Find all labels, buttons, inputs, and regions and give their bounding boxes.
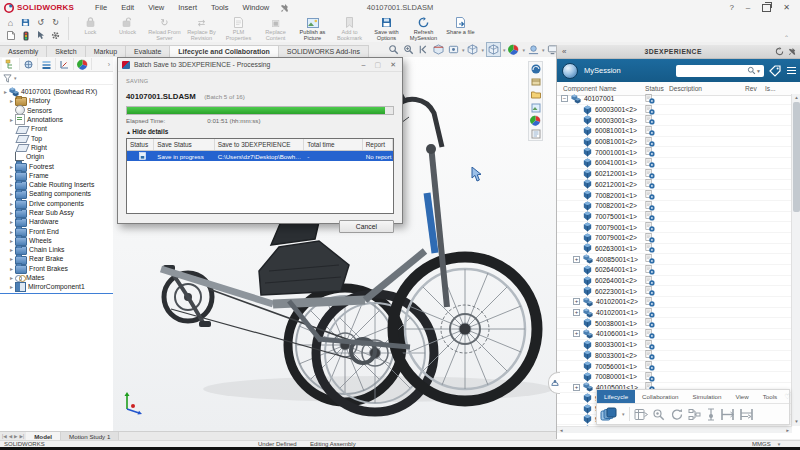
feature-tree-item[interactable]: Front [0,124,113,133]
component-row[interactable]: 70080001<1> [557,372,792,383]
component-row[interactable]: 60223001<1> [557,286,792,297]
file-explorer-icon[interactable] [530,89,541,100]
view-selector-icon[interactable] [447,43,460,56]
dropdown-caret-icon[interactable]: ▾ [462,47,465,53]
design-library-icon[interactable] [530,76,541,87]
component-row[interactable]: 70082001<2> [557,201,792,212]
save-icon[interactable] [18,16,33,29]
search-input[interactable] [676,66,747,75]
refresh-icon[interactable] [775,47,784,56]
expand-arrow-icon[interactable]: ▸ [8,181,15,188]
action-tab-tools[interactable]: Tools [756,390,784,403]
explore-icon[interactable] [652,408,666,421]
action-tab-simulation[interactable]: Simulation [686,390,729,403]
component-row[interactable]: 70001001<1> [557,147,792,158]
column-header-status[interactable]: Status [127,139,154,150]
component-row[interactable]: 70075001<1> [557,212,792,223]
action-tab-lifecycle[interactable]: Lifecycle [597,390,635,403]
menu-view[interactable]: View [141,1,171,14]
panel-tab-dimxpertmanager[interactable] [56,58,74,70]
tab-lifecycle-and-collaboration[interactable]: Lifecycle and Collaboration [169,45,278,57]
component-root-row[interactable]: −40107001 [557,94,792,105]
feature-tree-item[interactable]: ▸Drive components [0,199,113,208]
panel-collapse-icon[interactable]: « [557,47,571,56]
feature-tree-item[interactable]: ▸Rear Brake [0,254,113,263]
column-header-total-time[interactable]: Total time [304,139,362,150]
feature-tree-item[interactable]: ▸Chain Links [0,245,113,254]
column-header-save-to-3dexperience[interactable]: Save to 3DEXPERIENCE [215,139,305,150]
column-componentname[interactable]: Component Name [563,85,641,92]
feature-tree-item[interactable]: ▸Front Brakes [0,264,113,273]
menu-insert[interactable]: Insert [171,1,204,14]
component-row[interactable]: 60003001<3> [557,115,792,126]
refresh-mysession-button[interactable]: Refresh MySession [405,15,442,41]
expand-arrow-icon[interactable]: ▸ [8,116,15,123]
tab-sketch[interactable]: Sketch [46,45,85,57]
action-tab-collaboration[interactable]: Collaboration [635,390,685,403]
view-orientation-icon[interactable] [466,43,479,56]
component-row[interactable]: 60212001<1> [557,169,792,180]
expand-arrow-icon[interactable]: ▸ [8,246,15,253]
menu-edit[interactable]: Edit [114,1,141,14]
bookmark-editor-icon[interactable] [634,408,648,421]
panel-tab-featuremanager-design-tree[interactable] [2,58,20,70]
display-style-icon[interactable] [486,42,501,57]
expand-arrow-icon[interactable]: ▸ [8,274,15,281]
feature-tree-item[interactable]: ▸History [0,96,113,105]
expand-arrow-icon[interactable]: ▸ [8,218,15,225]
maturity-icon[interactable] [706,408,716,421]
expand-arrow-icon[interactable]: ▸ [8,200,15,207]
dialog-title-bar[interactable]: Batch Save to 3DEXPERIENCE - Processing … [118,58,402,72]
apply-scene-icon[interactable] [527,43,540,56]
component-row[interactable]: 60263001<1> [557,244,792,255]
replace-version-icon[interactable] [720,408,735,421]
component-row[interactable]: 80033001<2> [557,351,792,362]
menu-tools[interactable]: Tools [204,1,236,14]
expander-icon[interactable]: + [573,298,580,305]
view-palette-icon[interactable] [530,102,541,113]
panel-tab-propertymanager[interactable] [20,58,38,70]
component-row[interactable]: 50038001<1> [557,318,792,329]
component-row[interactable]: +40102001<2> [557,297,792,308]
dropdown-caret-icon[interactable]: ▾ [522,47,525,53]
collapse-chevron-icon[interactable]: ⌃ [784,34,789,41]
options-gear-icon[interactable] [48,29,63,42]
share-a-file-button[interactable]: Share a file [442,15,479,35]
tab-solidworks-add-ins[interactable]: SOLIDWORKS Add-Ins [278,45,369,57]
expand-arrow-icon[interactable]: ▸ [8,172,15,179]
feature-tree-item[interactable]: ▸Hardware [0,217,113,226]
scroll-left-icon[interactable]: ◄ [559,428,563,433]
column-description[interactable]: Description [669,85,743,92]
panel-tab-displaymanager[interactable] [74,58,92,70]
scrollbar-thumb[interactable] [793,102,800,212]
feature-tree-item[interactable]: ▸Seating components [0,189,113,198]
vertical-scrollbar[interactable]: ▲ ▼ [791,94,800,426]
favorites-heart-icon[interactable]: ♡ [784,393,794,401]
relations-icon[interactable] [688,408,702,421]
pin-icon[interactable] [280,3,290,13]
column-is[interactable]: Is... [765,85,779,92]
component-row[interactable]: 60041001<1> [557,158,792,169]
appearances-icon[interactable] [530,115,541,126]
expand-arrow-icon[interactable]: ▸ [8,97,15,104]
expander-icon[interactable]: + [573,330,580,337]
component-row[interactable]: +40102001<1> [557,308,792,319]
horizontal-scrollbar[interactable]: ◄► [557,426,792,433]
component-row[interactable]: 70056001<1> [557,361,792,372]
select-arrow-icon[interactable] [33,29,48,42]
scroll-right-icon[interactable]: ► [786,428,790,433]
panel-tab-configurationmanager[interactable] [38,58,56,70]
dialog-close-icon[interactable]: ✕ [390,61,396,69]
search-options-caret-icon[interactable]: ▼ [756,68,764,74]
expand-arrow-icon[interactable]: ▸ [8,209,15,216]
feature-tree-item[interactable]: ▸Wheels [0,236,113,245]
pin-panel-icon[interactable] [788,47,797,56]
tab-assembly[interactable]: Assembly [0,45,47,57]
component-row[interactable]: +40085001<1> [557,254,792,265]
3dexperience-icon[interactable] [530,63,541,74]
scroll-up-icon[interactable]: ▲ [792,94,800,102]
component-row[interactable]: 60212001<2> [557,180,792,191]
feature-tree-root[interactable]: ▸40107001 (Bowhead RX) [0,87,113,96]
expand-arrow-icon[interactable]: ▸ [8,190,15,197]
feature-tree-item[interactable]: ▸Front End [0,226,113,235]
